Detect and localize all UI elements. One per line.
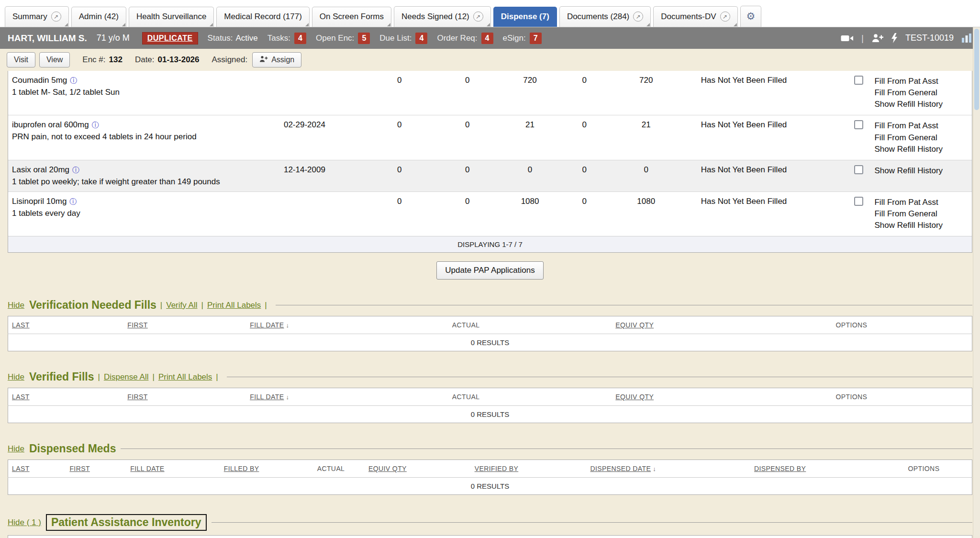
video-camera-icon[interactable] [841, 34, 854, 43]
separator: | [216, 372, 218, 382]
section-title: Dispensed Meds [29, 442, 116, 455]
tab-menu-corner [122, 23, 125, 26]
medication-row: Coumadin 5mg 1 tablet M- Sat, 1/2 tablet… [8, 71, 972, 115]
popout-icon[interactable] [633, 11, 643, 22]
info-icon[interactable] [69, 197, 77, 205]
vertical-scrollbar[interactable] [973, 27, 980, 538]
show-refill-history-link[interactable]: Show Refill History [874, 99, 968, 110]
column-header-first[interactable]: FIRST [127, 321, 147, 329]
column-header-dispensed-by[interactable]: DISPENSED BY [754, 465, 806, 472]
fill-from-general-link[interactable]: Fill From General [874, 87, 968, 99]
med-name-text: Coumadin 5mg [12, 76, 67, 85]
med-name[interactable]: Coumadin 5mg [12, 76, 276, 85]
tab-needs-signed[interactable]: Needs Signed (12) [394, 6, 491, 27]
qty-cell: 0 [610, 160, 683, 191]
fill-status: Has Not Yet Been Filled [683, 191, 846, 236]
tab-menu-corner [210, 23, 213, 26]
column-header-filled-by[interactable]: FILLED BY [224, 465, 259, 472]
med-sig: PRN pain, not to exceed 4 tablets in 24 … [12, 132, 276, 142]
fill-from-pat-asst-link[interactable]: Fill From Pat Asst [874, 120, 968, 132]
column-header-dispensed-date[interactable]: DISPENSED DATE [590, 465, 651, 472]
popout-icon[interactable] [720, 11, 730, 22]
assign-button[interactable]: Assign [252, 52, 301, 67]
tab-summary[interactable]: Summary [5, 6, 69, 27]
tab-menu-corner [487, 23, 490, 26]
column-header-fill-date[interactable]: FILL DATE [250, 321, 284, 329]
qty-cell: 0 [365, 191, 434, 236]
tab-documents[interactable]: Documents (284) [559, 6, 651, 27]
popout-icon[interactable] [51, 11, 61, 22]
verify-all-link[interactable]: Verify All [166, 301, 197, 310]
tab-admin[interactable]: Admin (42) [71, 7, 126, 27]
due-list-count-badge[interactable]: 4 [415, 33, 427, 44]
tasks-count-badge[interactable]: 4 [294, 33, 306, 44]
add-user-icon[interactable] [871, 34, 883, 43]
select-checkbox[interactable] [854, 165, 863, 174]
info-icon[interactable] [92, 121, 99, 129]
column-header-fill-date[interactable]: FILL DATE [250, 393, 284, 401]
column-header-verified-by[interactable]: VERIFIED BY [475, 465, 519, 472]
tab-settings[interactable] [740, 6, 762, 27]
hide-link[interactable]: Hide [8, 444, 24, 454]
column-header-first[interactable]: FIRST [127, 393, 147, 401]
column-header-equiv-qty[interactable]: EQUIV QTY [615, 393, 654, 401]
view-button[interactable]: View [39, 52, 70, 67]
separator: | [98, 372, 100, 382]
tab-bar: Summary Admin (42) Health Surveillance M… [0, 0, 980, 27]
column-header-last[interactable]: LAST [12, 393, 30, 401]
column-header-equiv-qty[interactable]: EQUIV QTY [615, 321, 654, 329]
info-icon[interactable] [70, 76, 77, 84]
med-name[interactable]: Lisinopril 10mg [12, 197, 276, 206]
fill-from-general-link[interactable]: Fill From General [874, 132, 968, 144]
select-checkbox[interactable] [854, 76, 863, 85]
verified-fills-table: LAST FIRST FILL DATE ACTUAL EQUIV QTY OP… [8, 388, 972, 423]
print-all-labels-link[interactable]: Print All Labels [207, 301, 261, 310]
duplicate-badge[interactable]: DUPLICATE [142, 32, 198, 45]
gear-icon [746, 11, 756, 22]
med-name[interactable]: ibuprofen oral 600mg [12, 120, 276, 130]
popout-icon[interactable] [473, 11, 483, 22]
fill-from-general-link[interactable]: Fill From General [874, 208, 968, 220]
fill-from-pat-asst-link[interactable]: Fill From Pat Asst [874, 197, 968, 208]
update-pap-applications-button[interactable]: Update PAP Applications [436, 261, 543, 280]
assigned-label: Assigned: [212, 55, 248, 65]
dispense-all-link[interactable]: Dispense All [104, 372, 149, 382]
tab-documents-dv[interactable]: Documents-DV [653, 6, 737, 27]
tab-health-surveillance[interactable]: Health Surveillance [129, 7, 214, 27]
hide-link[interactable]: Hide [8, 301, 24, 310]
select-checkbox[interactable] [854, 120, 863, 129]
open-enc-count-badge[interactable]: 5 [358, 33, 370, 44]
column-header-last[interactable]: LAST [12, 321, 30, 329]
separator: | [265, 301, 267, 310]
column-header-fill-date[interactable]: FILL DATE [130, 465, 164, 472]
hide-link[interactable]: Hide [8, 372, 24, 382]
show-refill-history-link[interactable]: Show Refill History [874, 220, 968, 231]
qty-cell: 0 [559, 160, 610, 191]
hide-link[interactable]: Hide ( 1 ) [8, 518, 41, 527]
show-refill-history-link[interactable]: Show Refill History [874, 165, 968, 177]
med-name[interactable]: Lasix oral 20mg [12, 165, 276, 175]
fill-from-pat-asst-link[interactable]: Fill From Pat Asst [874, 76, 968, 87]
qty-cell: 0 [434, 71, 501, 115]
column-header-actual: ACTUAL [452, 393, 480, 401]
tab-on-screen-forms[interactable]: On Screen Forms [312, 7, 391, 27]
lightning-bolt-icon[interactable] [891, 33, 898, 43]
bar-chart-icon[interactable] [961, 33, 972, 43]
show-refill-history-link[interactable]: Show Refill History [874, 144, 968, 155]
esign-count-badge[interactable]: 7 [530, 33, 542, 44]
fill-date-cell: 02-29-2024 [280, 115, 365, 160]
column-header-last[interactable]: LAST [12, 465, 30, 472]
order-req-count-badge[interactable]: 4 [481, 33, 493, 44]
column-header-first[interactable]: FIRST [69, 465, 89, 472]
scrollbar-thumb[interactable] [974, 29, 979, 110]
tab-medical-record[interactable]: Medical Record (177) [216, 7, 310, 27]
column-header-options: OPTIONS [835, 393, 867, 401]
info-icon[interactable] [72, 166, 79, 174]
print-all-labels-link[interactable]: Print All Labels [158, 372, 212, 382]
tab-dispense[interactable]: Dispense (7) [493, 7, 557, 27]
select-checkbox[interactable] [854, 197, 863, 206]
qty-cell: 0 [365, 160, 434, 191]
results-text: 0 RESULTS [8, 334, 972, 351]
visit-button[interactable]: Visit [7, 52, 35, 67]
column-header-equiv-qty[interactable]: EQUIV QTY [368, 465, 407, 472]
